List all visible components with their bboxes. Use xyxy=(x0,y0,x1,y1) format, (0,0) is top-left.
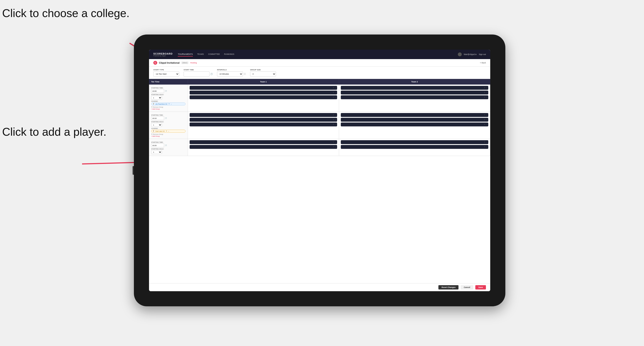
x-icon-3-1[interactable]: ✕ xyxy=(333,114,334,116)
sign-out-link[interactable]: Sign out xyxy=(479,53,486,55)
x-icon-4-1[interactable]: ✕ xyxy=(484,114,485,116)
chevron-icon-3-3[interactable]: ⌄ xyxy=(335,124,336,125)
x-icon-1-1[interactable]: ✕ xyxy=(333,87,334,89)
chevron-icon-4-2[interactable]: ⌄ xyxy=(486,119,488,121)
tee-left-3: STARTING TIME: 🕐 STARTING HOLE: 1 xyxy=(149,139,188,156)
remove-group-btn-2[interactable]: ⊖Remove Group xyxy=(151,133,186,135)
time-input-2[interactable] xyxy=(151,116,164,120)
back-button[interactable]: < Back xyxy=(480,62,486,64)
nav-link-committee[interactable]: COMMITTEE xyxy=(208,52,220,56)
player-slot-1-1[interactable]: ✕ ⌄ xyxy=(190,86,337,90)
course-tag-letter-2: 🏌 xyxy=(153,130,155,132)
x-icon-1-2[interactable]: ✕ xyxy=(333,92,334,93)
player-slot-3-2[interactable]: ✕ ⌄ xyxy=(190,118,337,122)
tee-left-2: STARTING TIME: 🕐 STARTING HOLE: 1 COURSE… xyxy=(149,112,188,139)
nav-link-rankings[interactable]: RANKINGS xyxy=(224,52,234,56)
player-slot-5-2[interactable]: ✕ ⌄ xyxy=(190,145,337,149)
course-tag-chevron-1[interactable]: ⌄ xyxy=(170,103,172,105)
x-icon-3-2[interactable]: ✕ xyxy=(333,119,334,121)
chevron-icon-6-1[interactable]: ⌄ xyxy=(486,141,488,143)
x-icon-4-2[interactable]: ✕ xyxy=(484,119,485,121)
annotation-player: Click to add a player. xyxy=(2,125,106,139)
time-input-3[interactable] xyxy=(151,144,164,147)
course-tag-2[interactable]: 🏌 East Lake GC ✕ ⌄ xyxy=(151,130,186,133)
intervals-select[interactable]: 10 Minutes xyxy=(217,71,243,77)
chevron-icon-1-2[interactable]: ⌄ xyxy=(335,92,336,93)
player-slot-2-3[interactable]: ✕ ⌄ xyxy=(341,95,488,99)
tablet-frame: SCOREBOARD Powered by clippd TOURNAMENTS… xyxy=(134,34,505,306)
player-slot-1-3[interactable]: ✕ ⌄ xyxy=(190,95,337,99)
x-icon-6-2[interactable]: ✕ xyxy=(484,146,485,148)
starting-hole-label-1: STARTING HOLE: xyxy=(151,94,186,95)
start-time-group: Start Time 10:00 🕐 xyxy=(184,69,213,77)
chevron-icon-1-3[interactable]: ⌄ xyxy=(335,96,336,98)
player-slot-6-1[interactable]: ✕ ⌄ xyxy=(341,140,488,144)
tee-row-1: STARTING TIME: 🕐 STARTING HOLE: 1 COURSE… xyxy=(149,85,490,112)
group-size-select[interactable]: 3 xyxy=(250,71,276,77)
x-icon-2-1[interactable]: ✕ xyxy=(484,87,485,89)
chevron-icon-6-2[interactable]: ⌄ xyxy=(486,146,488,148)
chevron-icon-2-1[interactable]: ⌄ xyxy=(486,87,488,89)
nav-link-teams[interactable]: TEAMS xyxy=(197,52,204,56)
start-type-select[interactable]: 1st Tee Start xyxy=(153,71,179,77)
chevron-icon-5-2[interactable]: ⌄ xyxy=(335,146,336,148)
clock-icon: 🕐 xyxy=(210,73,213,75)
start-time-input[interactable]: 10:00 xyxy=(184,71,210,77)
player-slot-2-2[interactable]: ✕ ⌄ xyxy=(341,91,488,94)
x-icon-2-2[interactable]: ✕ xyxy=(484,92,485,93)
chevron-icon-4-3[interactable]: ⌄ xyxy=(486,124,488,125)
hole-select-3[interactable]: 1 xyxy=(151,150,162,154)
chevron-icon-4-1[interactable]: ⌄ xyxy=(486,114,488,116)
cancel-button[interactable]: Cancel xyxy=(461,285,473,290)
remove-group-btn-1[interactable]: ⊖Remove Group xyxy=(151,106,186,108)
player-slot-4-3[interactable]: ✕ ⌄ xyxy=(341,123,488,126)
player-slot-3-3[interactable]: ✕ ⌄ xyxy=(190,123,337,126)
x-icon-2-3[interactable]: ✕ xyxy=(484,96,485,98)
x-icon-6-1[interactable]: ✕ xyxy=(484,141,485,143)
course-tag-remove-2[interactable]: ✕ xyxy=(166,130,167,132)
player-slot-4-1[interactable]: ✕ ⌄ xyxy=(341,113,488,117)
x-icon-4-3[interactable]: ✕ xyxy=(484,124,485,125)
chevron-icon-5-1[interactable]: ⌄ xyxy=(335,141,336,143)
player-slot-1-2[interactable]: ✕ ⌄ xyxy=(190,91,337,94)
team2-cell-3: ✕ ⌄ ✕ ⌄ xyxy=(339,139,490,156)
nav-bar: SCOREBOARD Powered by clippd TOURNAMENTS… xyxy=(149,50,490,59)
save-button[interactable]: Save xyxy=(475,285,486,290)
intervals-label: Intervals xyxy=(217,69,246,71)
starting-time-label-1: STARTING TIME: xyxy=(151,87,186,89)
x-icon-1-3[interactable]: ✕ xyxy=(333,96,334,98)
annotation-college: Click to choose a college. xyxy=(2,6,130,20)
intervals-group: Intervals 10 Minutes ⓘ xyxy=(217,69,246,77)
reset-button[interactable]: Reset Changes xyxy=(438,285,458,290)
course-tag-1[interactable]: 🏌 (A) Peachtree GC ✕ ⌄ xyxy=(151,102,186,106)
course-tag-chevron-2[interactable]: ⌄ xyxy=(168,130,169,132)
logo-sub: Powered by clippd xyxy=(153,55,172,56)
x-icon-5-1[interactable]: ✕ xyxy=(333,141,334,143)
player-slot-2-1[interactable]: ✕ ⌄ xyxy=(341,86,488,90)
time-input-1[interactable] xyxy=(151,89,164,93)
breadcrumb-bar: C Clippd Invitational (Men) Hosting < Ba… xyxy=(149,59,490,67)
course-tag-remove-1[interactable]: ✕ xyxy=(168,103,170,105)
player-slot-6-2[interactable]: ✕ ⌄ xyxy=(341,145,488,149)
hole-select-2[interactable]: 1 xyxy=(151,123,162,127)
add-group-btn-1[interactable]: + Add Group xyxy=(151,108,186,110)
chevron-icon-2-3[interactable]: ⌄ xyxy=(486,96,488,98)
player-slot-3-1[interactable]: ✕ ⌄ xyxy=(190,113,337,117)
gender-tag: (Men) xyxy=(181,61,188,64)
starting-time-value-2: 🕐 xyxy=(151,116,186,120)
player-slot-5-1[interactable]: ✕ ⌄ xyxy=(190,140,337,144)
chevron-icon-3-2[interactable]: ⌄ xyxy=(335,119,336,121)
course-label-1: COURSE: xyxy=(151,101,186,102)
chevron-icon-3-1[interactable]: ⌄ xyxy=(335,114,336,116)
x-icon-3-3[interactable]: ✕ xyxy=(333,124,334,125)
chevron-icon-2-2[interactable]: ⌄ xyxy=(486,92,488,93)
starting-hole-value-1: 1 xyxy=(151,96,186,100)
chevron-icon-1-1[interactable]: ⌄ xyxy=(335,87,336,89)
time-icon-3: 🕐 xyxy=(165,145,167,146)
add-group-btn-2[interactable]: + Add Group xyxy=(151,136,186,137)
tee-row-2: STARTING TIME: 🕐 STARTING HOLE: 1 COURSE… xyxy=(149,112,490,139)
nav-link-tournaments[interactable]: TOURNAMENTS xyxy=(178,52,193,56)
player-slot-4-2[interactable]: ✕ ⌄ xyxy=(341,118,488,122)
hole-select-1[interactable]: 1 xyxy=(151,96,162,100)
x-icon-5-2[interactable]: ✕ xyxy=(333,146,334,148)
